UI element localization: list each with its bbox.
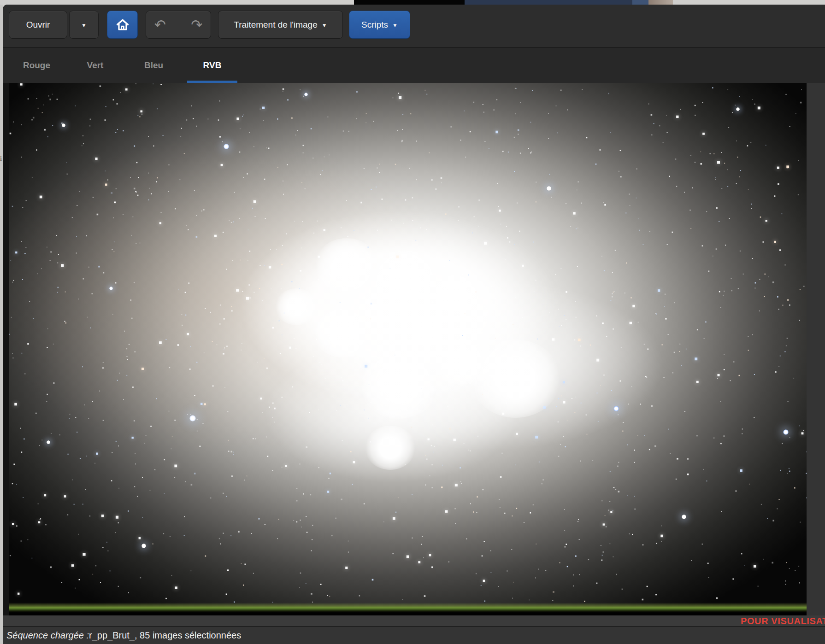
- bright-star: [109, 287, 113, 290]
- bright-star: [547, 186, 551, 191]
- tab-bleu-label: Bleu: [144, 60, 163, 70]
- halo-star: [359, 350, 439, 419]
- background-window-dark: [354, 0, 465, 5]
- tab-vert-label: Vert: [87, 60, 104, 70]
- astro-image[interactable]: [9, 83, 807, 615]
- redo-icon: ↷: [191, 17, 202, 33]
- viewer-bottom-strip: POUR VISUALISAT: [3, 615, 825, 626]
- bright-star: [783, 429, 789, 435]
- background-desktop-strip: [0, 0, 825, 5]
- bright-star: [62, 123, 65, 127]
- screen: i Ouvrir ▼ ↶: [0, 0, 825, 644]
- undo-button[interactable]: ↶: [146, 16, 174, 33]
- bright-star: [304, 93, 308, 96]
- watermark-warning-text: POUR VISUALISAT: [741, 615, 825, 626]
- chevron-down-icon: ▼: [81, 23, 87, 28]
- halo-star: [471, 340, 561, 418]
- home-button[interactable]: [107, 11, 138, 39]
- tab-bleu[interactable]: Bleu: [124, 48, 183, 83]
- bright-star: [224, 144, 229, 149]
- tab-rouge-label: Rouge: [23, 60, 50, 70]
- redo-button[interactable]: ↷: [183, 16, 211, 33]
- halo-star: [365, 426, 416, 470]
- scripts-label: Scripts: [361, 20, 388, 30]
- status-bar: Séquence chargée :r_pp_Brut_, 85 images …: [3, 627, 825, 644]
- image-viewer: [3, 83, 825, 615]
- bright-star: [682, 515, 686, 519]
- halo-star: [275, 288, 318, 325]
- chevron-down-icon: ▼: [322, 23, 327, 28]
- image-processing-label: Traitement de l'image: [234, 20, 317, 30]
- starfield-bright: [9, 83, 10, 83]
- bright-star: [47, 440, 50, 444]
- bright-star: [736, 107, 740, 111]
- scripts-menu-button[interactable]: Scripts ▼: [349, 11, 410, 39]
- image-processing-menu-button[interactable]: Traitement de l'image ▼: [218, 11, 343, 39]
- bright-star: [141, 544, 146, 548]
- chevron-down-icon: ▼: [392, 23, 398, 28]
- toolbar: Ouvrir ▼ ↶ ↷: [3, 5, 825, 47]
- halo-star: [399, 305, 457, 356]
- tab-rvb[interactable]: RVB: [183, 48, 242, 83]
- background-window-navy: [465, 0, 632, 5]
- background-text-fragment: i: [0, 155, 2, 163]
- tab-rvb-label: RVB: [203, 60, 222, 70]
- open-button-label: Ouvrir: [26, 20, 50, 30]
- halo-star: [313, 307, 372, 357]
- open-menu-button[interactable]: ▼: [69, 11, 99, 39]
- tab-rouge[interactable]: Rouge: [7, 48, 66, 83]
- siril-window: Ouvrir ▼ ↶ ↷: [3, 5, 825, 644]
- undo-icon: ↶: [154, 17, 166, 33]
- open-button[interactable]: Ouvrir: [9, 11, 67, 39]
- sequence-info: r_pp_Brut_, 85 images sélectionnées: [89, 630, 241, 640]
- sequence-loaded-label: Séquence chargée :: [6, 630, 89, 640]
- tab-vert[interactable]: Vert: [66, 48, 124, 83]
- horizon-grass: [9, 603, 807, 615]
- background-window-taupe: [648, 0, 673, 5]
- bright-star: [613, 406, 619, 411]
- bright-star: [189, 415, 196, 422]
- background-window-navy-light: [632, 0, 648, 5]
- viewer-right-gap: [807, 83, 825, 615]
- undo-redo-group: ↶ ↷: [146, 11, 211, 39]
- home-icon: [115, 18, 130, 32]
- channel-tabs: Rouge Vert Bleu RVB: [3, 47, 825, 83]
